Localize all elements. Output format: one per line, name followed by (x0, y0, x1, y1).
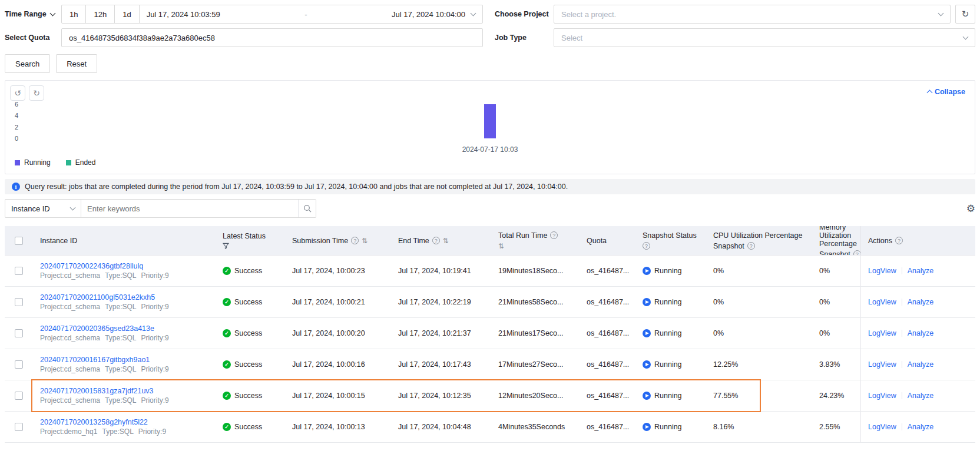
row-checkbox[interactable] (15, 267, 23, 275)
logview-link[interactable]: LogView (868, 360, 896, 369)
help-icon[interactable] (643, 242, 650, 250)
header-latest-status: Latest Status (223, 232, 266, 240)
keyword-input[interactable] (81, 200, 298, 217)
search-icon[interactable] (298, 200, 316, 217)
snapshot-status-label: Running (654, 298, 682, 306)
help-icon[interactable] (432, 237, 440, 244)
chevron-down-icon (70, 205, 76, 211)
logview-link[interactable]: LogView (868, 298, 896, 306)
table-row: 20240717020021100gl5031e2kxh5 Project:cd… (5, 287, 975, 318)
instance-id-link[interactable]: 20240717020021100gl5031e2kxh5 (40, 293, 155, 301)
instance-meta: Project:cd_schema Type:SQL Priority:9 (40, 334, 169, 342)
row-checkbox[interactable] (15, 423, 23, 431)
row-checkbox[interactable] (15, 392, 23, 400)
quota-input[interactable] (62, 29, 482, 47)
job-type-select[interactable]: Select (554, 28, 975, 47)
analyze-link[interactable]: Analyze (908, 423, 933, 431)
chevron-down-icon[interactable] (49, 11, 55, 16)
total-run-time-value: 21Minutes17Seco... (491, 318, 580, 349)
quick-range-1d-button[interactable]: 1d (114, 5, 139, 24)
undo-icon[interactable] (10, 85, 25, 101)
cpu-utilization-value: 77.55% (706, 380, 812, 411)
help-icon[interactable] (853, 250, 860, 255)
success-icon (223, 423, 231, 431)
redo-icon[interactable] (29, 85, 44, 101)
total-run-time-value: 19Minutes18Seco... (491, 256, 580, 286)
instance-id-link[interactable]: 20240717020015831gza7jdf21uv3 (40, 387, 154, 395)
analyze-link[interactable]: Analyze (908, 267, 933, 275)
sort-icon[interactable] (498, 242, 558, 250)
legend-color-swatch (66, 160, 71, 165)
total-run-time-value: 17Minutes27Seco... (491, 349, 580, 380)
quick-range-12h-button[interactable]: 12h (85, 5, 115, 24)
collapse-button[interactable]: Collapse (928, 88, 965, 96)
y-axis-tick-label: 0 (15, 135, 18, 142)
instance-id-link[interactable]: 20240717020013258g2hyfnt5l22 (40, 418, 148, 426)
date-range-picker[interactable]: Jul 17, 2024 10:03:59 - Jul 17, 2024 10:… (139, 5, 483, 24)
header-quota: Quota (587, 237, 607, 245)
legend-label: Ended (75, 158, 96, 167)
chart-panel: Collapse 2024-07-17 10:03 0246 RunningEn… (5, 80, 975, 174)
chart-plot: 2024-07-17 10:03 0246 (10, 103, 970, 142)
end-time-value: Jul 17, 2024, 10:04:48 (391, 412, 491, 442)
status-label: Success (234, 267, 262, 275)
row-checkbox[interactable] (15, 360, 23, 369)
success-icon (223, 329, 231, 337)
legend-item-running[interactable]: Running (15, 158, 51, 167)
help-icon[interactable] (351, 237, 359, 244)
refresh-icon (962, 9, 969, 19)
choose-project-label: Choose Project (495, 10, 549, 18)
logview-link[interactable]: LogView (868, 329, 896, 337)
end-time-value: Jul 17, 2024, 10:21:37 (391, 318, 491, 349)
legend-item-ended[interactable]: Ended (66, 158, 96, 167)
logview-link[interactable]: LogView (868, 267, 896, 275)
select-all-checkbox[interactable] (15, 237, 23, 245)
date-range-separator: - (226, 10, 386, 19)
end-datetime[interactable]: Jul 17, 2024 10:04:00 (392, 10, 465, 19)
row-checkbox[interactable] (15, 329, 23, 337)
project-select-placeholder: Select a project. (561, 10, 616, 19)
quick-range-1h-button[interactable]: 1h (61, 5, 86, 24)
snapshot-status-label: Running (654, 267, 682, 275)
refresh-button[interactable] (955, 5, 975, 24)
analyze-link[interactable]: Analyze (908, 329, 933, 337)
help-icon[interactable] (550, 231, 558, 239)
running-icon (643, 392, 651, 400)
analyze-link[interactable]: Analyze (908, 360, 933, 369)
help-icon[interactable] (747, 242, 755, 250)
snapshot-status-label: Running (654, 423, 682, 431)
instance-meta: Project:cd_schema Type:SQL Priority:9 (40, 303, 169, 311)
running-icon (643, 298, 651, 306)
instance-id-link[interactable]: 20240717020022436gtbf28llulq (40, 262, 143, 270)
reset-button[interactable]: Reset (56, 54, 97, 73)
search-field-select[interactable]: Instance ID (5, 199, 81, 218)
query-result-text: Query result: jobs that are completed du… (25, 183, 568, 191)
logview-link[interactable]: LogView (868, 423, 896, 431)
table-settings-gear-icon[interactable] (966, 203, 975, 215)
project-select[interactable]: Select a project. (554, 5, 951, 24)
filter-bar: Time Range 1h 12h 1d Jul 17, 2024 10:03:… (0, 0, 980, 73)
sort-icon[interactable] (362, 237, 368, 245)
running-icon (643, 360, 651, 369)
select-quota-label: Select Quota (5, 34, 57, 42)
analyze-link[interactable]: Analyze (908, 392, 933, 400)
keyword-input-wrap (81, 199, 316, 218)
table-body: 20240717020022436gtbf28llulq Project:cd_… (5, 256, 975, 443)
help-icon[interactable] (895, 237, 903, 244)
success-icon (223, 267, 231, 275)
logview-link[interactable]: LogView (868, 392, 896, 400)
instance-id-link[interactable]: 20240717020016167gitbgxh9ao1 (40, 356, 150, 364)
start-datetime[interactable]: Jul 17, 2024 10:03:59 (147, 10, 220, 19)
instance-id-link[interactable]: 20240717020020365gsed23a413e (40, 324, 154, 333)
filter-funnel-icon[interactable] (223, 243, 266, 249)
memory-utilization-value: 2.55% (812, 412, 860, 442)
analyze-link[interactable]: Analyze (908, 298, 933, 306)
info-icon (12, 183, 20, 191)
time-range-label-text: Time Range (5, 10, 47, 18)
search-field-value: Instance ID (11, 204, 50, 213)
status-label: Success (234, 329, 262, 337)
search-button[interactable]: Search (5, 54, 50, 73)
memory-utilization-value: 24.23% (812, 380, 860, 411)
row-checkbox[interactable] (15, 298, 23, 306)
sort-icon[interactable] (443, 237, 449, 245)
